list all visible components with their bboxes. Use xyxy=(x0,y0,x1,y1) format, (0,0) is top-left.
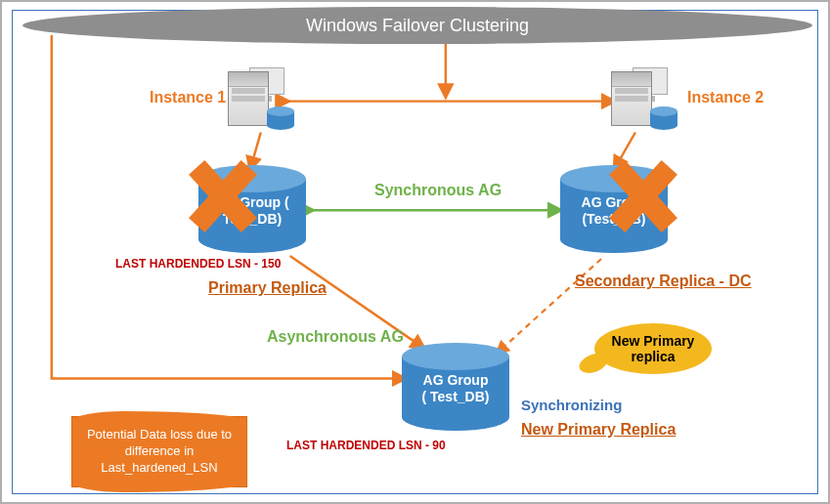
cross-icon-secondary xyxy=(604,157,682,235)
db-new-primary-line2: ( Test_DB) xyxy=(402,389,509,405)
sync-ag-label: Synchronous AG xyxy=(374,182,502,199)
db-new-primary: AG Group( Test_DB) xyxy=(402,343,509,431)
async-ag-label: Asynchronous AG xyxy=(267,328,404,346)
new-primary-replica-label: New Primary Replica xyxy=(521,421,676,439)
callout-new-primary: New Primary replica xyxy=(594,323,712,374)
ribbon-data-loss: Potential Data loss due to difference in… xyxy=(71,416,247,487)
diagram-stage: Windows Failover Clustering Instance 1 I… xyxy=(13,11,817,493)
instance-2-label: Instance 2 xyxy=(687,89,764,106)
cross-icon-primary xyxy=(184,157,262,235)
cluster-banner-title: Windows Failover Clustering xyxy=(306,16,529,36)
ribbon-text: Potential Data loss due to difference in… xyxy=(87,427,232,475)
instance-1-label: Instance 1 xyxy=(150,89,226,106)
server-2-icon xyxy=(611,71,679,130)
lsn-left: LAST HARDENDED LSN - 150 xyxy=(115,257,281,271)
diagram-frame-outer: Windows Failover Clustering Instance 1 I… xyxy=(0,0,830,504)
secondary-replica-label: Secondary Replica - DC xyxy=(575,273,752,290)
primary-replica-label: Primary Replica xyxy=(208,279,327,297)
synchronizing-label: Synchronizing xyxy=(521,397,622,413)
lsn-bottom: LAST HARDENDED LSN - 90 xyxy=(286,439,446,452)
callout-text: New Primary replica xyxy=(594,333,712,364)
db-new-primary-line1: AG Group xyxy=(402,372,509,389)
server-1-icon xyxy=(228,71,296,130)
diagram-frame-inner: Windows Failover Clustering Instance 1 I… xyxy=(12,10,818,494)
cluster-banner: Windows Failover Clustering xyxy=(22,7,812,44)
